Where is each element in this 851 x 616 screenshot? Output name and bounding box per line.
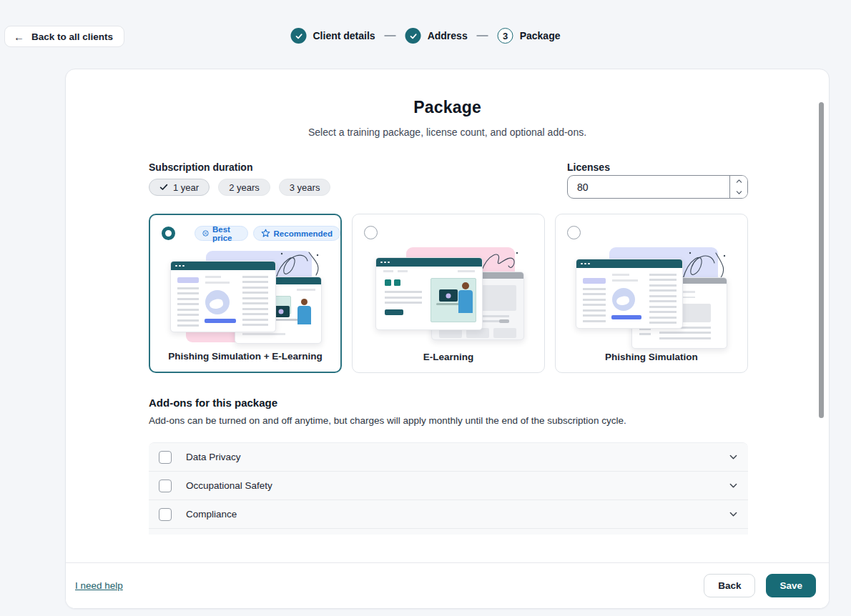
- radio-selected-icon[interactable]: [162, 227, 175, 240]
- chevron-down-icon[interactable]: [729, 481, 738, 490]
- arrow-left-icon: ←: [14, 31, 24, 42]
- subscription-duration-label: Subscription duration: [149, 162, 252, 173]
- step-label: Client details: [313, 30, 375, 41]
- step-divider: [477, 35, 488, 36]
- scrollable-content: Package Select a training package, licen…: [66, 69, 829, 562]
- package-label: Phishing Simulation: [556, 352, 747, 362]
- package-illustration: [570, 247, 734, 349]
- addons-description: Add-ons can be turned on and off anytime…: [149, 415, 626, 426]
- package-card-phishing-simulation[interactable]: Phishing Simulation: [555, 214, 748, 373]
- chevron-down-icon[interactable]: [729, 452, 738, 462]
- step-label: Address: [428, 30, 468, 41]
- vertical-scrollbar[interactable]: [819, 102, 824, 418]
- save-button[interactable]: Save: [766, 574, 816, 597]
- page-subtitle: Select a training package, license count…: [66, 126, 829, 138]
- duration-pill-1-year[interactable]: 1 year: [149, 179, 210, 196]
- back-to-clients-button[interactable]: ← Back to all clients: [4, 26, 124, 47]
- back-to-clients-label: Back to all clients: [31, 31, 113, 42]
- badge-label: Best price: [212, 225, 240, 242]
- badge-label: Recommended: [274, 229, 333, 238]
- duration-pill-3-years[interactable]: 3 years: [279, 179, 331, 196]
- addon-label: Occupational Safety: [186, 480, 272, 491]
- package-illustration: [367, 247, 531, 349]
- radio-unselected-icon[interactable]: [364, 226, 378, 239]
- addon-label: Compliance: [186, 509, 237, 520]
- package-card-elearning[interactable]: E-Learning: [352, 214, 545, 373]
- chevron-up-icon: [736, 179, 742, 184]
- radio-unselected-icon[interactable]: [567, 226, 581, 239]
- spinner-down-button[interactable]: [730, 187, 747, 199]
- step-number: 3: [498, 28, 513, 44]
- step-divider: [385, 35, 396, 36]
- recommended-badge: Recommended: [253, 226, 340, 241]
- step-client-details[interactable]: Client details: [291, 28, 375, 44]
- addon-label: Data Privacy: [186, 452, 241, 462]
- check-icon: [405, 28, 421, 44]
- addon-row-compliance[interactable]: Compliance: [149, 500, 748, 529]
- licenses-input[interactable]: [568, 176, 729, 198]
- step-address[interactable]: Address: [405, 28, 468, 44]
- percent-circle-icon: [202, 229, 209, 238]
- spinner-up-button[interactable]: [730, 176, 747, 187]
- chevron-down-icon: [736, 190, 742, 195]
- addon-row-data-privacy[interactable]: Data Privacy: [149, 443, 748, 472]
- package-options: Best price Recommended: [149, 214, 748, 373]
- checkbox-unchecked-icon[interactable]: [159, 480, 172, 492]
- package-card-phishing-elearning[interactable]: Best price Recommended: [149, 214, 342, 373]
- pill-label: 3 years: [290, 182, 320, 193]
- licenses-label: Licenses: [567, 162, 610, 173]
- back-button[interactable]: Back: [704, 574, 755, 597]
- footer-buttons: Back Save: [704, 574, 816, 597]
- licenses-input-wrap: [567, 175, 748, 199]
- best-price-badge: Best price: [195, 226, 248, 241]
- star-icon: [261, 229, 270, 238]
- duration-pill-group: 1 year 2 years 3 years: [149, 179, 330, 196]
- package-illustration: [164, 248, 329, 349]
- check-icon: [159, 183, 168, 192]
- badge-row: Best price Recommended: [195, 226, 340, 241]
- page-title: Package: [66, 98, 829, 117]
- addon-list: Data Privacy Occupational Safety Complia…: [149, 442, 748, 535]
- addons-title: Add-ons for this package: [149, 397, 277, 409]
- checkbox-unchecked-icon[interactable]: [159, 508, 172, 521]
- chevron-down-icon[interactable]: [729, 510, 738, 519]
- wizard-footer: I need help Back Save: [66, 562, 829, 608]
- check-icon: [291, 28, 307, 44]
- addon-row-clipped: [149, 529, 748, 535]
- package-label: Phishing Simulation + E-Learning: [150, 351, 340, 362]
- addon-row-occupational-safety[interactable]: Occupational Safety: [149, 472, 748, 500]
- package-label: E-Learning: [353, 352, 544, 362]
- duration-pill-2-years[interactable]: 2 years: [218, 179, 270, 196]
- wizard-stepper: Client details Address 3 Package: [291, 28, 561, 44]
- number-spinner: [729, 176, 747, 198]
- help-link[interactable]: I need help: [75, 580, 123, 591]
- package-step-card: Package Select a training package, licen…: [65, 69, 830, 609]
- pill-label: 1 year: [173, 182, 199, 193]
- checkbox-unchecked-icon[interactable]: [159, 451, 172, 464]
- step-label: Package: [520, 30, 561, 41]
- pill-label: 2 years: [229, 182, 260, 193]
- step-package[interactable]: 3 Package: [498, 28, 561, 44]
